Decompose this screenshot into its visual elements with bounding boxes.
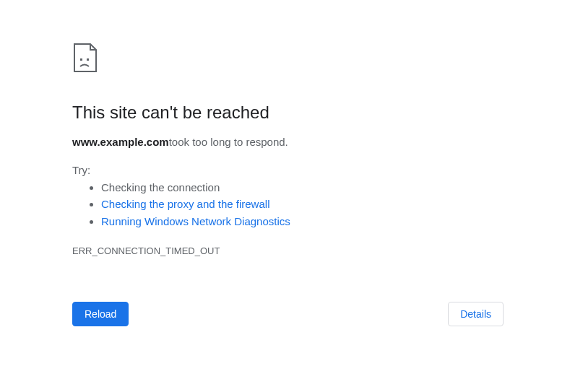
suggestions-list: Checking the connectionChecking the prox… [72,179,448,230]
suggestion-item: Checking the proxy and the firewall [101,196,448,212]
error-page: This site can't be reached www.example.c… [0,0,448,256]
error-heading: This site can't be reached [72,103,448,123]
host-name: www.example.com [72,136,169,148]
details-button[interactable]: Details [448,302,504,326]
summary-message: took too long to respond. [169,136,288,148]
svg-rect-0 [80,58,82,61]
sad-page-icon [72,43,448,75]
try-label: Try: [72,164,448,176]
svg-rect-1 [87,58,89,61]
button-row: Reload Details [72,302,504,326]
reload-button[interactable]: Reload [72,302,129,326]
error-code: ERR_CONNECTION_TIMED_OUT [72,245,448,256]
suggestion-item: Running Windows Network Diagnostics [101,213,448,230]
suggestion-link[interactable]: Running Windows Network Diagnostics [101,215,290,227]
suggestion-link[interactable]: Checking the proxy and the firewall [101,198,269,210]
suggestion-item: Checking the connection [101,179,448,196]
error-summary: www.example.comtook too long to respond. [72,136,448,148]
